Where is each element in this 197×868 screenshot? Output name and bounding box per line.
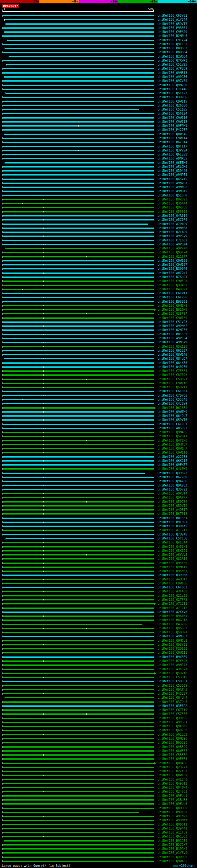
hit-accession-label[interactable]: UniRef100_Q2HZF5 <box>158 328 187 332</box>
hit-accession-label[interactable]: UniRef100_A9PB14 <box>158 492 187 495</box>
hit-accession-label[interactable]: UniRef100_C6TBC3 <box>158 586 187 589</box>
hit-accession-label[interactable]: UniRef100_Q9WTM9 <box>158 410 187 414</box>
hit-accession-label[interactable]: UniRef100_Q9M4B5 <box>158 430 187 434</box>
hit-accession-label[interactable]: UniRef100_C7E662 <box>158 239 187 242</box>
hit-accession-label[interactable]: UniRef100_C6T119 <box>158 708 187 712</box>
alignment-bar[interactable] <box>2 497 154 498</box>
hit-accession-label[interactable]: UniRef100_A0T2N7 <box>158 271 187 275</box>
hit-accession-label[interactable]: UniRef100_Q9FUL0 <box>158 802 187 806</box>
alignment-bar[interactable] <box>2 219 154 220</box>
alignment-bar[interactable] <box>2 587 154 588</box>
hit-accession-label[interactable]: UniRef100_A9P8X4 <box>158 243 187 246</box>
alignment-bar[interactable] <box>2 795 154 797</box>
hit-accession-label[interactable]: UniRef100_Q461H3 <box>158 545 187 549</box>
alignment-bar[interactable] <box>2 411 154 412</box>
hit-accession-label[interactable]: UniRef100_C55548 <box>158 398 187 402</box>
hit-accession-label[interactable]: UniRef100_A3F571 <box>158 668 187 671</box>
hit-accession-label[interactable]: UniRef100_Q06611 <box>158 823 187 827</box>
hit-accession-label[interactable]: UniRef100_Q6K215 <box>158 459 187 463</box>
alignment-bar[interactable] <box>2 652 154 653</box>
hit-accession-label[interactable]: UniRef100_C4J8Y9 <box>158 402 187 405</box>
hit-accession-label[interactable]: UniRef100_Q9M4T0 <box>158 565 187 569</box>
hit-accession-label[interactable]: UniRef100_A22768 <box>158 455 187 459</box>
alignment-bar[interactable] <box>2 489 154 490</box>
alignment-bar[interactable] <box>2 546 154 548</box>
alignment-bar[interactable] <box>2 403 154 404</box>
hit-accession-label[interactable]: UniRef100_C5O0V1 <box>158 377 187 381</box>
alignment-bar[interactable] <box>2 570 154 572</box>
hit-accession-label[interactable]: UniRef100_Q9SGF3 <box>158 627 187 630</box>
hit-accession-label[interactable]: UniRef100_C9W5P8 <box>158 279 187 283</box>
hit-accession-label[interactable]: UniRef100_Q76LR1 <box>158 275 187 279</box>
hit-accession-label[interactable]: UniRef100_Q9F1T7 <box>158 145 187 148</box>
alignment-bar[interactable] <box>2 734 154 735</box>
alignment-bar[interactable] <box>2 146 154 147</box>
alignment-bar[interactable] <box>2 166 154 167</box>
hit-accession-label[interactable]: UniRef100_B01531 <box>158 516 187 520</box>
hit-accession-label[interactable]: UniRef100_B30046 <box>158 267 187 271</box>
alignment-bar[interactable] <box>7 40 154 41</box>
hit-accession-label[interactable]: UniRef100_Q65V45 <box>158 177 187 181</box>
alignment-bar[interactable] <box>2 566 154 568</box>
hit-accession-label[interactable]: UniRef100_A11TE9 <box>158 831 187 834</box>
hit-accession-label[interactable]: UniRef100_Q9ZVS9 <box>158 79 187 83</box>
alignment-bar[interactable] <box>2 808 154 809</box>
alignment-bar[interactable] <box>2 424 154 425</box>
alignment-bar[interactable] <box>2 779 154 780</box>
hit-accession-label[interactable]: UniRef100_Q30HU9 <box>158 856 187 859</box>
alignment-bar[interactable] <box>2 644 154 645</box>
alignment-bar[interactable] <box>2 750 154 752</box>
alignment-bar[interactable] <box>2 338 154 339</box>
alignment-bar[interactable] <box>2 407 154 409</box>
hit-accession-label[interactable]: UniRef100_Q8W507 <box>158 749 187 753</box>
hit-accession-label[interactable]: UniRef100_Q9M5N9 <box>158 304 187 308</box>
hit-accession-label[interactable]: UniRef100_Q4L0W9 <box>158 467 187 471</box>
hit-accession-label[interactable]: UniRef100_C9EA49 <box>158 30 187 34</box>
alignment-bar[interactable] <box>2 848 154 849</box>
hit-accession-label[interactable]: UniRef100_Q9FXZ7 <box>158 463 187 467</box>
alignment-bar[interactable] <box>2 812 139 813</box>
hit-accession-label[interactable]: UniRef100_C9W114 <box>158 136 187 140</box>
hit-accession-label[interactable]: UniRef100_Q3PVZ4 <box>158 149 187 152</box>
alignment-bar[interactable] <box>2 236 154 237</box>
alignment-bar[interactable] <box>2 309 154 310</box>
alignment-bar[interactable] <box>2 660 154 662</box>
hit-accession-label[interactable]: UniRef100_Q94786 <box>158 479 187 483</box>
hit-accession-label[interactable]: UniRef100_A9NX05 <box>158 157 187 160</box>
alignment-bar[interactable] <box>2 558 154 559</box>
alignment-bar[interactable] <box>2 379 154 380</box>
hit-accession-label[interactable]: UniRef100_B9R093 <box>158 198 187 202</box>
hit-accession-label[interactable]: UniRef100_C53559 <box>158 684 187 688</box>
hit-accession-label[interactable]: UniRef100_C53816 <box>158 676 187 679</box>
hit-accession-label[interactable]: UniRef100_A6VVV3 <box>158 553 187 557</box>
alignment-bar[interactable] <box>2 313 154 314</box>
hit-accession-label[interactable]: UniRef100_Q9M7L3 <box>158 639 187 643</box>
hit-accession-label[interactable]: UniRef100_Q84UC7 <box>158 357 187 361</box>
hit-accession-label[interactable]: UniRef100_A9NVG3 <box>158 181 187 185</box>
hit-accession-label[interactable]: UniRef100_A8SJR3 <box>158 427 187 430</box>
alignment-bar[interactable] <box>2 460 154 462</box>
hit-accession-label[interactable]: UniRef100_B9T3D7 <box>158 520 187 524</box>
alignment-bar[interactable] <box>2 706 154 707</box>
hit-accession-label[interactable]: UniRef100_Q9FLE2 <box>158 42 187 46</box>
alignment-bar[interactable] <box>2 374 154 376</box>
hit-accession-label[interactable]: UniRef100_B67780 <box>158 475 187 479</box>
hit-accession-label[interactable]: UniRef100_A3BUB8 <box>158 798 187 802</box>
hit-accession-label[interactable]: UniRef100_B4F1N0 <box>158 439 187 442</box>
alignment-bar[interactable] <box>2 608 154 609</box>
alignment-bar[interactable] <box>2 681 154 682</box>
alignment-bar[interactable] <box>2 648 154 649</box>
alignment-bar[interactable] <box>2 480 154 482</box>
hit-accession-label[interactable]: UniRef100_B301K5 <box>158 524 187 528</box>
hit-accession-label[interactable]: UniRef100_Q9MB90 <box>158 737 187 741</box>
alignment-bar[interactable] <box>2 824 154 825</box>
alignment-bar[interactable] <box>2 693 154 694</box>
alignment-bar[interactable] <box>2 391 154 392</box>
alignment-bar[interactable] <box>2 746 154 748</box>
hit-accession-label[interactable]: UniRef100_B7FX98 <box>158 659 187 663</box>
hit-accession-label[interactable]: UniRef100_P43287 <box>158 692 187 695</box>
hit-accession-label[interactable]: UniRef100_Q9SY31 <box>158 643 187 647</box>
hit-accession-label[interactable]: UniRef100_A9NPE3 <box>158 173 187 177</box>
hit-accession-label[interactable]: UniRef100_Q5K120 <box>158 345 187 348</box>
alignment-bar[interactable] <box>2 137 154 139</box>
